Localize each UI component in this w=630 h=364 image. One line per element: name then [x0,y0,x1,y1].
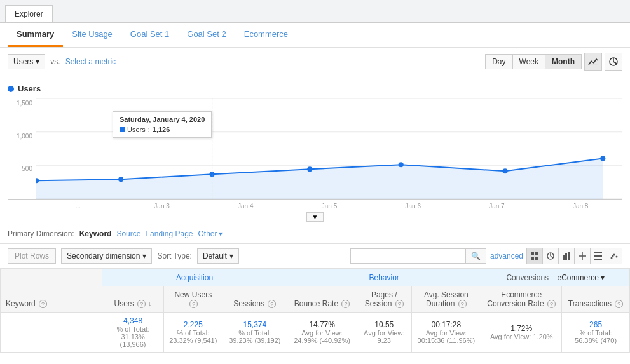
view-grid-btn[interactable] [526,248,543,264]
x-label-jan4: Jan 4 [203,203,287,210]
svg-rect-30 [594,255,602,257]
svg-rect-17 [531,252,534,255]
svg-rect-31 [594,259,602,260]
pages-session-header: Pages / Session ? [357,286,411,313]
dim-keyword[interactable]: Keyword [79,229,112,238]
data-table: Keyword ? Acquisition Behavior Conversio… [0,269,630,353]
legend-label: Users [18,84,41,93]
y-label-1000: 1,000 [8,133,36,140]
select-metric-link[interactable]: Select a metric [65,57,116,66]
advanced-link[interactable]: advanced [490,252,523,260]
new-users-header: New Users ? [164,286,223,313]
table-controls: Plot Rows Secondary dimension ▾ Sort Typ… [0,244,630,269]
tooltip-metric: Users [127,126,146,133]
chart-tooltip: Saturday, January 4, 2020 Users: 1,126 [113,111,212,138]
svg-point-10 [118,177,123,182]
view-btn-group [527,248,622,264]
primary-dimension-bar: Primary Dimension: Keyword Source Landin… [0,224,630,244]
svg-point-15 [600,156,605,161]
primary-dim-label: Primary Dimension: [8,229,74,238]
dim-landing-page[interactable]: Landing Page [146,229,193,238]
total-ecommerce-rate: 1.72% Avg for View: 1.20% [481,313,562,353]
ecommerce-arrow-icon: ▾ [601,273,605,282]
svg-point-32 [611,257,613,259]
transactions-header: Transactions ? [562,286,630,313]
line-chart-icon[interactable] [584,53,602,71]
search-button[interactable]: 🔍 [465,249,486,263]
users-help-icon[interactable]: ? [137,300,146,308]
svg-rect-20 [535,257,538,260]
totals-row: 4,348 % of Total: 31.13% (13,966) 2,225 … [1,313,630,353]
tab-goal-set-2[interactable]: Goal Set 2 [178,23,235,47]
plot-rows-btn[interactable]: Plot Rows [8,248,56,264]
tab-summary[interactable]: Summary [8,23,63,47]
secondary-dim-dropdown[interactable]: Secondary dimension ▾ [61,248,152,264]
sessions-help-icon[interactable]: ? [268,300,276,308]
secondary-dim-label: Secondary dimension [67,252,140,260]
dim-other-dropdown[interactable]: Other ▾ [198,229,223,238]
tooltip-date: Saturday, January 4, 2020 [120,116,205,123]
total-sessions: 15,374 % of Total: 39.23% (39,192) [223,313,287,353]
total-users: 4,348 % of Total: 31.13% (13,966) [102,313,164,353]
time-btn-group: Day Week Month [485,54,582,69]
total-bounce-rate: 14.77% Avg for View: 24.99% (-40.92%) [287,313,357,353]
svg-point-13 [399,162,404,167]
total-avg-session: 00:17:28 Avg for View: 00:15:36 (11.96%) [411,313,481,353]
top-nav: Summary Site Usage Goal Set 1 Goal Set 2… [0,23,630,48]
tab-goal-set-1[interactable]: Goal Set 1 [121,23,178,47]
dim-other-arrow-icon: ▾ [219,229,223,238]
view-compare-btn[interactable] [574,248,591,264]
x-label-jan6: Jan 6 [371,203,455,210]
x-label-jan3: Jan 3 [120,203,204,210]
new-users-help-icon[interactable]: ? [189,300,198,308]
dim-other-label: Other [198,229,217,238]
avg-session-help-icon[interactable]: ? [458,300,467,308]
ecommerce-dropdown[interactable]: eCommerce ▾ [557,273,604,282]
view-detail-btn[interactable] [590,248,606,264]
view-pie-btn[interactable] [542,248,559,264]
sessions-header: Sessions ? [223,286,287,313]
search-input[interactable] [351,249,465,263]
keyword-help-icon[interactable]: ? [39,300,47,308]
ecommerce-rate-header: Ecommerce Conversion Rate ? [481,286,562,313]
tooltip-dot [120,127,125,132]
transactions-help-icon[interactable]: ? [615,300,623,308]
tab-site-usage[interactable]: Site Usage [63,23,121,47]
tab-ecommerce[interactable]: Ecommerce [235,23,297,47]
controls-row: Users ▾ vs. Select a metric Day Week Mon… [0,48,630,76]
svg-point-12 [307,166,312,172]
svg-rect-25 [565,253,567,260]
x-label-jan5: Jan 5 [287,203,371,210]
legend-dot [8,86,14,92]
month-btn[interactable]: Month [545,55,581,69]
behavior-header: Behavior [287,269,481,286]
ecommerce-rate-help-icon[interactable]: ? [547,300,556,308]
view-scatter-btn[interactable] [606,248,622,264]
svg-point-14 [503,168,508,173]
dim-source[interactable]: Source [116,229,140,238]
x-label-dots: ... [36,203,120,210]
day-btn[interactable]: Day [486,55,512,69]
svg-rect-26 [568,252,570,260]
keyword-col-header: Keyword ? [1,269,102,313]
view-bar-btn[interactable] [558,248,575,264]
chart-area: 1,500 1,000 500 [8,98,622,200]
pages-session-help-icon[interactable]: ? [395,300,404,308]
x-label-jan8: Jan 8 [538,203,622,210]
y-label-1500: 1,500 [8,100,36,107]
week-btn[interactable]: Week [513,55,545,69]
tooltip-value: 1,126 [153,126,170,133]
search-box: 🔍 [350,248,486,264]
pie-chart-icon[interactable] [605,53,622,71]
bounce-rate-help-icon[interactable]: ? [341,300,350,308]
chart-expand-btn[interactable]: ▼ [306,212,324,222]
explorer-tab[interactable]: Explorer [5,5,53,22]
total-new-users: 2,225 % of Total: 23.32% (9,541) [164,313,223,353]
sort-default-dropdown[interactable]: Default ▾ [197,248,239,264]
sort-down-icon[interactable]: ↓ [148,299,152,308]
avg-session-header: Avg. Session Duration ? [411,286,481,313]
svg-line-3 [613,62,617,64]
x-label-jan7: Jan 7 [455,203,539,210]
bounce-rate-header: Bounce Rate ? [287,286,357,313]
metric-dropdown[interactable]: Users ▾ [8,54,45,69]
